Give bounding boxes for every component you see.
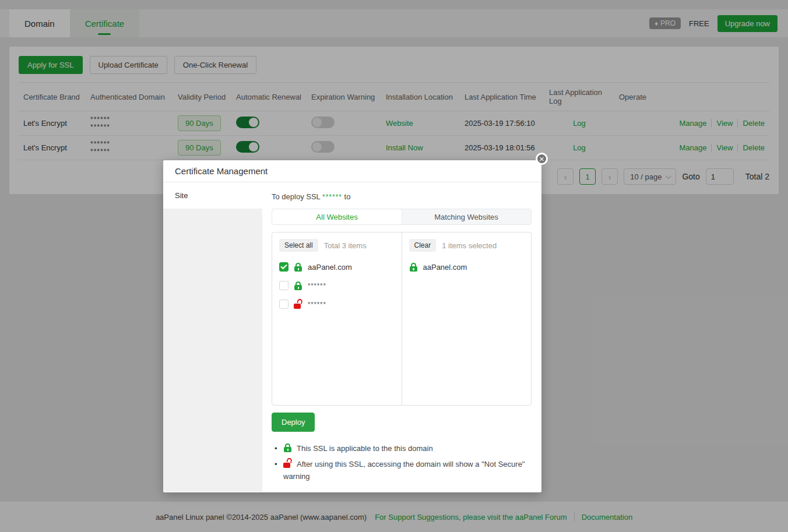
bullet-icon: •: [275, 442, 277, 455]
clear-button[interactable]: Clear: [409, 239, 437, 252]
list-item[interactable]: aaPanel.com: [279, 258, 395, 276]
source-total-count: Total 3 items: [324, 241, 367, 250]
select-all-button[interactable]: Select all: [279, 239, 318, 252]
sidebar-item-site[interactable]: Site: [163, 182, 262, 209]
note-not-secure: • After using this SSL, accessing the do…: [272, 458, 528, 482]
selected-count: 1 items selected: [442, 241, 497, 250]
website-transfer: Select all Total 3 items aaPanel.com ***…: [272, 232, 532, 406]
note-applicable: • This SSL is applicable to the this dom…: [272, 442, 528, 455]
red-unlock-icon: [294, 300, 302, 309]
checkbox-checked[interactable]: [279, 262, 289, 272]
checkbox-unchecked[interactable]: [279, 300, 289, 309]
green-lock-icon: [283, 443, 292, 452]
green-lock-icon: [294, 281, 302, 290]
ssl-name: ******: [322, 193, 342, 201]
deploy-button[interactable]: Deploy: [272, 413, 315, 432]
target-panel: Clear 1 items selected aaPanel.com: [402, 232, 532, 405]
source-panel: Select all Total 3 items aaPanel.com ***…: [272, 232, 402, 405]
tab-matching-websites[interactable]: Matching Websites: [402, 209, 531, 224]
list-item[interactable]: ******: [279, 276, 395, 295]
red-unlock-icon: [283, 459, 292, 468]
green-lock-icon: [294, 263, 302, 272]
bullet-icon: •: [275, 458, 277, 470]
list-item[interactable]: aaPanel.com: [409, 258, 525, 276]
tab-all-websites[interactable]: All Websites: [272, 209, 402, 224]
list-item[interactable]: ******: [279, 295, 395, 313]
modal-content: To deploy SSL ****** to All Websites Mat…: [262, 182, 541, 492]
close-icon[interactable]: ×: [536, 153, 548, 165]
certificate-management-modal: × Certificate Management Site To deploy …: [163, 160, 541, 492]
green-lock-icon: [409, 263, 418, 272]
checkbox-unchecked[interactable]: [279, 281, 289, 290]
modal-sidebar: Site: [163, 182, 262, 492]
website-filter-tabs: All Websites Matching Websites: [272, 209, 532, 225]
deploy-ssl-line: To deploy SSL ****** to: [272, 192, 532, 201]
ssl-notes: • This SSL is applicable to the this dom…: [272, 442, 532, 482]
modal-title: Certificate Management: [163, 160, 541, 182]
